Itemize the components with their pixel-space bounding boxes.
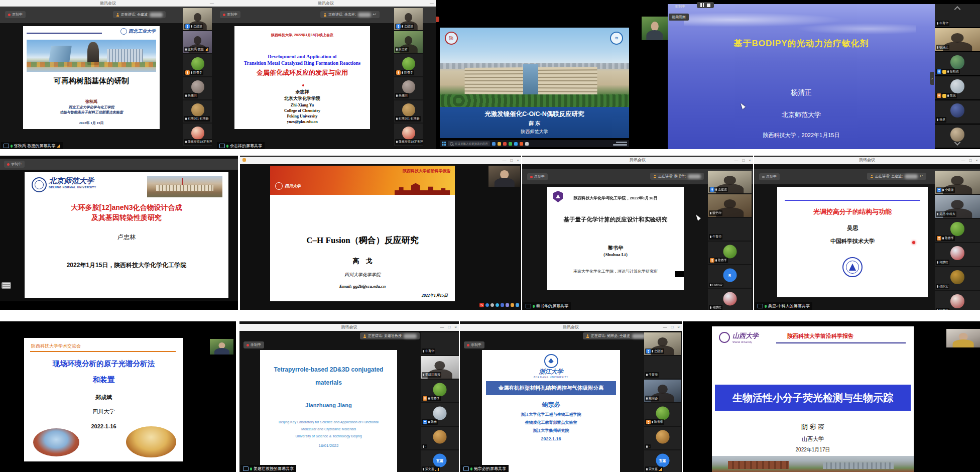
tray-icon[interactable] <box>506 303 509 307</box>
sidebar-collapse-button[interactable]: > <box>930 72 934 85</box>
taskbar-app-icon[interactable] <box>509 142 512 146</box>
participant-thumb[interactable]: 仝建波 <box>644 332 681 355</box>
window-titlebar[interactable]: 腾讯会议 — <box>0 0 216 7</box>
maximize-button[interactable]: □ <box>969 157 971 164</box>
participant-thumb[interactable]: 陈春李 <box>708 242 752 264</box>
view-tooltip: 视频画面 <box>669 14 689 21</box>
participant-thumb[interactable]: 微反应仪18罗玉萍 <box>183 124 212 146</box>
reply-arrow-icon[interactable]: ↩ <box>373 13 377 17</box>
maximize-button[interactable]: □ <box>671 324 673 331</box>
minimize-button[interactable]: — <box>663 324 667 331</box>
participant-thumb[interactable]: 石培201 石培新 <box>183 100 212 123</box>
minimize-button[interactable]: — <box>440 324 444 331</box>
hamburger-menu-icon[interactable] <box>2 282 11 289</box>
windows-taskbar[interactable]: 在这里输入你要搜索的内容 <box>440 140 629 147</box>
close-button[interactable]: × <box>517 157 519 164</box>
tray-icon[interactable] <box>501 303 504 307</box>
taskbar-app-icon[interactable] <box>492 142 496 146</box>
close-button[interactable]: × <box>975 157 978 164</box>
taskbar-app-icon[interactable] <box>503 142 507 146</box>
recording-controls[interactable] <box>697 2 714 8</box>
window-titlebar[interactable]: — □ × <box>240 157 521 164</box>
participant-thumb[interactable]: 仝建波 <box>183 8 212 30</box>
window-titlebar[interactable]: 腾讯会议 — <box>216 0 436 7</box>
close-button[interactable]: × <box>749 157 751 164</box>
tray-icon[interactable] <box>485 303 489 307</box>
sogou-icon[interactable]: S <box>479 303 484 307</box>
participant-thumb[interactable]: 杨清正 <box>935 28 980 51</box>
minimize-button[interactable]: — <box>210 0 214 7</box>
minimize-button[interactable]: — <box>502 157 506 164</box>
participant-thumb[interactable]: 陈春李 <box>935 219 980 242</box>
participant-thumb[interactable]: 牛育华 <box>421 332 459 355</box>
participant-thumb[interactable]: 何姣红 <box>708 289 752 310</box>
participant-thumb[interactable]: 陈春李 <box>394 54 423 76</box>
taskbar-app-icon[interactable] <box>525 142 529 146</box>
participant-thumb[interactable]: 姜建壮教授 <box>421 356 459 379</box>
reply-arrow-icon[interactable]: ↩ <box>920 174 923 178</box>
participant-thumb[interactable]: 玄露荣文嘉 <box>644 450 681 472</box>
participant-thumb[interactable]: 张秋禹 教授 <box>183 31 212 53</box>
participant-thumb[interactable]: 孙卓 <box>935 100 980 124</box>
minimize-button[interactable]: — <box>430 0 434 7</box>
participant-thumb[interactable]: 鲍宗必 <box>644 380 681 402</box>
presenter-webcam[interactable] <box>946 329 980 347</box>
minimize-button[interactable]: — <box>734 157 738 164</box>
participant-thumb[interactable]: 吴思-中科大 <box>935 195 980 218</box>
participant-thumb[interactable]: 陈春李 <box>183 54 212 76</box>
participant-thumb[interactable]: 陈春李 <box>421 380 459 402</box>
participant-thumb[interactable]: 玄露荣文嘉 <box>421 450 459 472</box>
participant-thumb[interactable]: 仝建波 <box>708 171 752 193</box>
window-titlebar[interactable]: 腾讯会议 — □ × <box>522 157 753 164</box>
tray-icon[interactable] <box>511 303 514 307</box>
window-titlebar[interactable]: 腾讯会议 — □ × <box>460 324 682 331</box>
participant-thumb[interactable]: 陈春李 <box>644 403 681 426</box>
minimize-button[interactable]: — <box>961 157 965 164</box>
participant-thumb[interactable]: 徐毅政 <box>935 52 980 75</box>
presenter-webcam[interactable] <box>642 17 668 40</box>
maximize-button[interactable]: □ <box>742 157 745 164</box>
maximize-button[interactable]: □ <box>510 157 513 164</box>
close-button[interactable]: × <box>677 324 680 331</box>
maximize-button[interactable]: □ <box>448 324 450 331</box>
tray-icon[interactable] <box>496 303 499 307</box>
participant-thumb[interactable]: 牛育华 <box>935 4 980 27</box>
system-tray[interactable]: S <box>479 303 519 307</box>
participant-thumb[interactable]: 张跃宏 <box>935 267 980 290</box>
tray-icon[interactable] <box>491 303 494 307</box>
close-button[interactable]: × <box>454 324 457 331</box>
participant-thumb[interactable]: 仝建波 <box>935 171 980 194</box>
participant-thumb[interactable]: RRMIAO <box>708 265 752 288</box>
window-titlebar[interactable]: 腾讯会议 — □ × <box>239 324 459 331</box>
participant-thumb[interactable]: 微反应仪18罗玉萍 <box>394 124 423 146</box>
taskbar-app-icon[interactable] <box>514 142 518 146</box>
participant-thumb[interactable]: · <box>644 427 681 449</box>
participant-thumb[interactable]: 陈光 <box>935 76 980 99</box>
participant-thumb[interactable] <box>935 125 980 148</box>
window-titlebar[interactable]: 腾讯会议 — □ × <box>754 157 980 164</box>
presenter-webcam[interactable] <box>210 339 233 355</box>
participant-thumb[interactable]: 石培201 石培新 <box>394 100 423 123</box>
participant-thumb[interactable]: 仝建波 <box>394 8 423 30</box>
participant-thumb[interactable]: · <box>421 427 459 449</box>
participant-thumb[interactable]: 陈光 <box>421 403 459 426</box>
taskbar-app-icon[interactable] <box>498 142 501 146</box>
affiliation-line1: Beijing Key Laboratory for Science and A… <box>260 420 397 425</box>
presenter-webcam[interactable] <box>488 166 520 187</box>
participant-thumb[interactable]: 余志祥 <box>394 31 423 53</box>
stop-icon[interactable] <box>707 4 710 7</box>
tray-icon[interactable] <box>516 303 519 307</box>
participant-thumb[interactable]: 黎书华 <box>708 194 752 217</box>
chevron-up-icon[interactable] <box>954 6 961 13</box>
participant-thumb[interactable]: 牛育华 <box>644 356 681 379</box>
taskbar-search[interactable]: 在这里输入你要搜索的内容 <box>448 141 490 146</box>
participant-thumb[interactable]: 吴康田 <box>183 77 212 99</box>
pause-icon[interactable] <box>700 3 704 7</box>
participant-thumb[interactable]: 吴康田 <box>394 77 423 99</box>
participant-thumb[interactable]: 何姣红 <box>935 243 980 266</box>
participant-thumb[interactable]: 牛育华 <box>708 218 752 241</box>
start-icon[interactable] <box>442 142 446 146</box>
taskbar-app-icon[interactable] <box>520 142 523 146</box>
system-tray[interactable] <box>613 141 627 146</box>
participant-thumb[interactable]: 徐海霞 <box>935 291 980 310</box>
